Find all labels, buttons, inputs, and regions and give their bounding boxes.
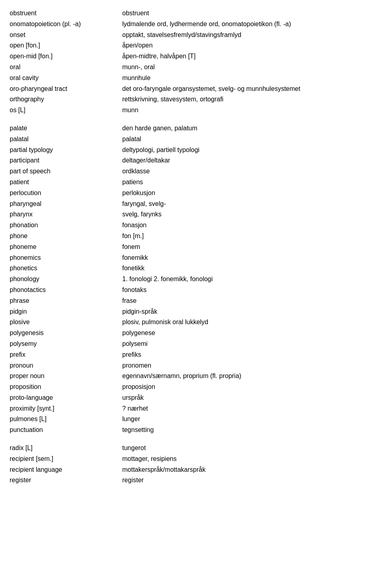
term-cell: phone (10, 231, 122, 242)
def-text: deltypologi, partiell typologi (122, 146, 199, 153)
term-cell: phonemics (10, 253, 122, 263)
def-text: register (122, 477, 144, 483)
dict-row: palatalpalatal (10, 134, 376, 145)
term-cell: palatal (10, 134, 122, 145)
dict-row: proto-languageurspråk (10, 393, 376, 403)
def-cell: polygenese (122, 328, 376, 339)
term-cell: pharyngeal (10, 199, 122, 210)
term-text: prefix (10, 351, 25, 358)
term-text: recipient language (10, 466, 62, 473)
term-text: palatal (10, 136, 29, 142)
term-cell: patient (10, 177, 122, 188)
term-cell: polysemy (10, 339, 122, 350)
def-text: deltager/deltakar (122, 157, 170, 164)
dict-row: proximity [synt.]? nærhet (10, 403, 376, 414)
dict-row: open [fon.]åpen/open (10, 40, 376, 51)
def-text: fonetikk (122, 265, 144, 271)
def-text: den harde ganen, palatum (122, 125, 197, 132)
def-text: fonotaks (122, 286, 146, 293)
term-text: phonotactics (10, 286, 46, 293)
term-cell: punctuation (10, 425, 122, 436)
def-cell: den harde ganen, palatum (122, 123, 376, 134)
term-cell: recipient language (10, 465, 122, 475)
def-text: polygenese (122, 329, 155, 336)
term-cell: onset (10, 30, 122, 41)
term-text: onomatopoieticon (pl. -a) (10, 21, 81, 27)
term-text: register (10, 477, 31, 483)
dict-row: recipient [sem.]mottager, resipiens (10, 454, 376, 465)
term-text: os [L] (10, 107, 25, 113)
def-text: tegnsetting (122, 426, 154, 433)
term-text: proto-language (10, 394, 53, 401)
term-cell: recipient [sem.] (10, 454, 122, 465)
def-cell: munn-, oral (122, 62, 376, 73)
term-text: phoneme (10, 243, 37, 250)
dict-row: os [L]munn (10, 105, 376, 116)
def-cell: lydmalende ord, lydhermende ord, onomato… (122, 19, 376, 30)
def-cell: fonasjon (122, 220, 376, 231)
def-text: pidgin-språk (122, 308, 157, 315)
def-text: munnhule (122, 74, 150, 81)
term-text: orthography (10, 96, 44, 103)
dict-row: open-mid [fon.]åpen-midtre, halvåpen [T] (10, 51, 376, 62)
dict-row: registerregister (10, 475, 376, 486)
def-cell: åpen-midtre, halvåpen [T] (122, 51, 376, 62)
term-text: open [fon.] (10, 42, 40, 49)
def-cell: prefiks (122, 350, 376, 360)
term-text: oral cavity (10, 74, 39, 81)
dict-row: onsetopptakt, stavelsesfremlyd/stavingsf… (10, 30, 376, 41)
term-text: palate (10, 125, 27, 132)
def-text: det oro-faryngale organsystemet, svelg- … (122, 85, 300, 92)
term-text: phonation (10, 222, 38, 228)
term-cell: phonetics (10, 263, 122, 274)
dict-row: partial typologydeltypologi, partiell ty… (10, 145, 376, 156)
term-cell: open-mid [fon.] (10, 51, 122, 62)
term-text: obstruent (10, 10, 37, 16)
def-cell: obstruent (122, 8, 376, 19)
def-cell: perlokusjon (122, 188, 376, 199)
def-cell: fonetikk (122, 263, 376, 274)
def-cell: polysemi (122, 339, 376, 350)
term-text: partial typology (10, 146, 53, 153)
term-text: recipient [sem.] (10, 455, 53, 462)
term-cell: onomatopoieticon (pl. -a) (10, 19, 122, 30)
def-cell: lunger (122, 414, 376, 425)
def-cell: pidgin-språk (122, 306, 376, 317)
term-text: pidgin (10, 308, 27, 315)
dict-row: proper nounegennavn/særnamn, proprium (f… (10, 371, 376, 382)
def-cell: rettskrivning, stavesystem, ortografi (122, 94, 376, 105)
def-text: frase (122, 297, 137, 304)
dict-row: participantdeltager/deltakar (10, 155, 376, 166)
def-cell: deltypologi, partiell typologi (122, 145, 376, 156)
term-cell: oro-pharyngeal tract (10, 84, 122, 95)
def-text: plosiv, pulmonisk oral lukkelyd (122, 319, 208, 325)
term-cell: proximity [synt.] (10, 403, 122, 414)
term-text: part of speech (10, 168, 50, 175)
term-cell: proposition (10, 382, 122, 393)
dict-row: prefixprefiks (10, 350, 376, 360)
def-text: prefiks (122, 351, 141, 358)
term-cell: obstruent (10, 8, 122, 19)
dict-row: recipient languagemottakerspråk/mottakar… (10, 465, 376, 475)
term-cell: open [fon.] (10, 40, 122, 51)
term-text: oral (10, 64, 21, 70)
def-cell: munn (122, 105, 376, 116)
def-text: ordklasse (122, 168, 150, 175)
dict-row: propositionproposisjon (10, 382, 376, 393)
def-cell: plosiv, pulmonisk oral lukkelyd (122, 317, 376, 328)
def-text: munn (122, 107, 138, 113)
def-cell: proposisjon (122, 382, 376, 393)
dict-row: perlocutionperlokusjon (10, 188, 376, 199)
term-cell: pronoun (10, 360, 122, 371)
def-text: opptakt, stavelsesfremlyd/stavingsframly… (122, 31, 241, 38)
dict-row: orthographyrettskrivning, stavesystem, o… (10, 94, 376, 105)
dict-row: palateden harde ganen, palatum (10, 123, 376, 134)
def-text: munn-, oral (122, 64, 155, 70)
dict-row: pharyngealfaryngal, svelg- (10, 199, 376, 210)
def-text: perlokusjon (122, 189, 155, 196)
def-cell: munnhule (122, 73, 376, 84)
term-cell: proto-language (10, 393, 122, 403)
dict-row: polygenesispolygenese (10, 328, 376, 339)
def-cell: frase (122, 296, 376, 306)
def-text: fonasjon (122, 222, 147, 228)
